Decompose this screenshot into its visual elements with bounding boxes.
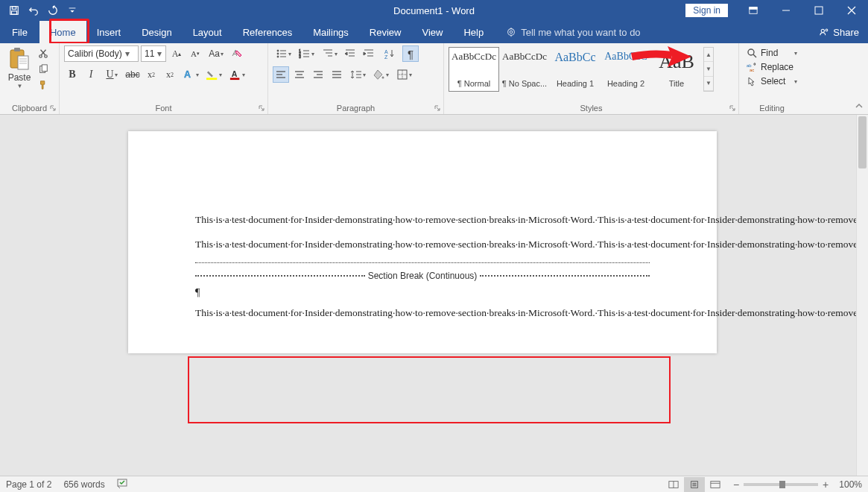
numbering-button[interactable]: 123▾ [296, 45, 317, 62]
paragraph-3[interactable]: This·is·a·test·document·for·Insider·demo… [195, 306, 650, 321]
style--no-spac-[interactable]: AaBbCcDc¶ No Spac... [499, 47, 550, 92]
tab-references[interactable]: References [232, 21, 302, 43]
zoom-in-button[interactable]: + [823, 479, 829, 491]
change-case-button[interactable]: Aa▾ [206, 45, 226, 62]
italic-button[interactable]: I [83, 66, 99, 83]
increase-indent-button[interactable] [361, 45, 377, 62]
qat-customize[interactable] [64, 2, 80, 19]
page-indicator[interactable]: Page 1 of 2 [6, 479, 51, 490]
svg-rect-1 [12, 7, 16, 10]
spelling-status[interactable] [117, 478, 129, 491]
find-button[interactable]: Find▾ [744, 47, 800, 59]
group-label-paragraph: Paragraph [268, 102, 443, 114]
group-editing: Find▾ abacReplace Select▾ Editing [739, 43, 805, 114]
replace-button[interactable]: abacReplace [744, 61, 800, 73]
align-left-button[interactable] [273, 66, 289, 83]
svg-text:Z: Z [384, 54, 388, 60]
underline-button[interactable]: U▾ [101, 66, 122, 83]
borders-button[interactable]: ▾ [393, 66, 414, 83]
undo-button[interactable] [25, 2, 42, 19]
copy-button[interactable] [36, 63, 51, 76]
share-button[interactable]: Share [820, 27, 859, 38]
collapse-ribbon-button[interactable] [855, 101, 864, 113]
web-layout-button[interactable] [705, 477, 726, 492]
justify-button[interactable] [329, 66, 345, 83]
svg-point-22 [39, 55, 42, 58]
style-heading-1[interactable]: AaBbCcHeading 1 [550, 47, 601, 92]
style-title[interactable]: AaBTitle [651, 47, 702, 92]
select-button[interactable]: Select▾ [744, 75, 800, 87]
grow-font-button[interactable]: A▴ [168, 45, 185, 62]
multilevel-list-button[interactable]: ▾ [319, 45, 340, 62]
font-dialog-launcher[interactable] [257, 104, 266, 113]
tab-help[interactable]: Help [453, 21, 494, 43]
redo-button[interactable] [45, 2, 61, 19]
svg-rect-27 [42, 65, 47, 72]
scrollbar-thumb[interactable] [858, 116, 867, 168]
read-mode-button[interactable] [663, 477, 684, 492]
tell-me-label: Tell me what you want to do [521, 27, 640, 38]
line-spacing-button[interactable]: ▾ [347, 66, 368, 83]
bold-button[interactable]: B [64, 66, 80, 83]
pilcrow-mark[interactable]: ¶ [195, 287, 650, 299]
shading-button[interactable]: ▾ [370, 66, 391, 83]
word-count[interactable]: 656 words [63, 479, 104, 490]
font-size-combo[interactable]: 11▾ [141, 45, 166, 62]
superscript-button[interactable]: x2 [162, 66, 178, 83]
styles-dialog-launcher[interactable] [728, 104, 737, 113]
minimize-button[interactable] [770, 0, 802, 21]
bullets-button[interactable]: ▾ [273, 45, 294, 62]
tab-insert[interactable]: Insert [86, 21, 132, 43]
paragraph-dialog-launcher[interactable] [433, 104, 442, 113]
clipboard-dialog-launcher[interactable] [48, 104, 57, 113]
svg-point-23 [45, 55, 48, 58]
svg-rect-86 [711, 481, 720, 488]
tell-me-search[interactable]: Tell me what you want to do [506, 27, 640, 38]
zoom-slider[interactable] [744, 483, 818, 486]
tab-home[interactable]: Home [39, 21, 86, 43]
font-name-combo[interactable]: Calibri (Body)▾ [64, 45, 139, 62]
svg-point-14 [821, 29, 824, 32]
paragraph-1[interactable]: This·is·a·test·document·for·Insider·demo… [195, 213, 650, 227]
section-break-indicator[interactable]: Section Break (Continuous) [195, 271, 650, 281]
align-right-button[interactable] [310, 66, 326, 83]
subscript-button[interactable]: x2 [143, 66, 159, 83]
highlight-button[interactable]: ▾ [203, 66, 224, 83]
close-button[interactable] [835, 0, 868, 21]
print-layout-button[interactable] [684, 477, 705, 492]
document-page[interactable]: This·is·a·test·document·for·Insider·demo… [128, 131, 717, 353]
zoom-out-button[interactable]: − [733, 479, 739, 491]
text-effects-button[interactable]: A▾ [180, 66, 201, 83]
tab-view[interactable]: View [411, 21, 453, 43]
paragraph-2[interactable]: This·is·a·test·document·for·Insider·demo… [195, 238, 650, 252]
svg-text:A: A [231, 69, 237, 78]
styles-scroller[interactable]: ▲▼▼ [703, 47, 714, 92]
sign-in-button[interactable]: Sign in [685, 4, 728, 17]
strikethrough-button[interactable]: abc [124, 66, 141, 83]
shrink-font-button[interactable]: A▾ [187, 45, 203, 62]
group-clipboard: Paste ▼ Clipboard [0, 43, 60, 114]
tab-layout[interactable]: Layout [183, 21, 232, 43]
svg-rect-18 [18, 56, 28, 69]
tab-design[interactable]: Design [131, 21, 182, 43]
ribbon-display-options[interactable] [737, 0, 770, 21]
group-label-editing: Editing [739, 102, 805, 114]
tab-mailings[interactable]: Mailings [302, 21, 359, 43]
clear-formatting-button[interactable]: A [229, 45, 245, 62]
align-center-button[interactable] [291, 66, 308, 83]
maximize-button[interactable] [802, 0, 835, 21]
format-painter-button[interactable] [36, 78, 51, 92]
font-color-button[interactable]: A▾ [226, 66, 247, 83]
cut-button[interactable] [36, 47, 51, 60]
save-button[interactable] [6, 2, 22, 19]
sort-button[interactable]: AZ [379, 45, 400, 62]
style--normal[interactable]: AaBbCcDc¶ Normal [449, 47, 499, 92]
style-heading-2[interactable]: AaBbCcCHeading 2 [601, 47, 651, 92]
zoom-level[interactable]: 100% [839, 479, 862, 490]
decrease-indent-button[interactable] [342, 45, 358, 62]
show-hide-marks-button[interactable]: ¶ [402, 45, 419, 62]
vertical-scrollbar[interactable] [856, 115, 868, 476]
tab-review[interactable]: Review [359, 21, 412, 43]
tab-file[interactable]: File [0, 21, 39, 43]
section-break-label: Section Break (Continuous) [365, 271, 481, 281]
